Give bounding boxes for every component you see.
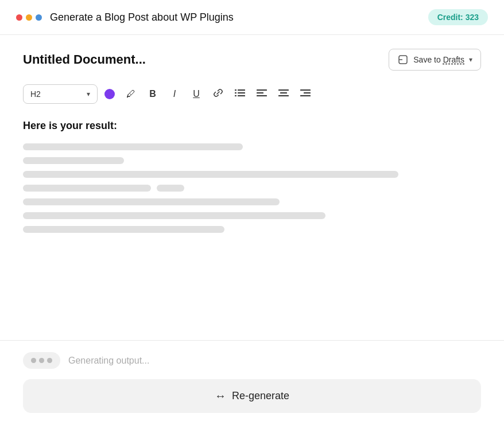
result-heading: Here is your result: <box>23 120 481 132</box>
svg-rect-11 <box>278 89 289 91</box>
svg-rect-6 <box>235 95 237 96</box>
page-title: Generate a Blog Post about WP Plugins <box>50 11 234 24</box>
typing-dot <box>47 358 52 363</box>
svg-rect-4 <box>235 92 237 93</box>
svg-rect-7 <box>238 95 245 96</box>
highlighter-button[interactable]: 🖊 <box>122 85 140 103</box>
bold-button[interactable]: B <box>144 85 162 103</box>
document-header: Untitled Document... Save to Drafts ▾ <box>23 49 481 71</box>
typing-dots <box>23 352 60 369</box>
link-button[interactable] <box>209 85 227 103</box>
heading-value: H2 <box>30 89 41 99</box>
align-center-icon <box>278 89 289 99</box>
skeleton-row <box>23 185 481 192</box>
generating-row: Generating output... <box>23 352 481 369</box>
document-section: Untitled Document... Save to Drafts ▾ H2… <box>0 35 504 341</box>
heading-select[interactable]: H2 ▾ <box>23 84 98 104</box>
generating-status-text: Generating output... <box>68 356 149 366</box>
bottom-section: Generating output... ↔ Re-generate <box>0 341 504 429</box>
regenerate-button[interactable]: ↔ Re-generate <box>23 379 481 413</box>
content-area: Here is your result: <box>23 120 481 233</box>
regenerate-arrow-icon: ↔ <box>215 389 226 403</box>
typing-dot <box>31 358 36 363</box>
list-icon <box>235 89 245 99</box>
top-bar: Generate a Blog Post about WP Plugins Cr… <box>0 0 504 35</box>
underline-button[interactable]: U <box>187 85 206 103</box>
svg-rect-12 <box>280 92 287 93</box>
yellow-dot <box>26 14 32 21</box>
blue-dot <box>36 14 42 21</box>
align-left-button[interactable] <box>253 85 271 103</box>
skeleton-line <box>23 171 398 178</box>
svg-rect-10 <box>257 95 267 96</box>
svg-rect-16 <box>300 95 311 96</box>
save-drafts-label: Save to Drafts <box>413 55 464 64</box>
chevron-down-icon: ▾ <box>87 90 90 98</box>
svg-rect-3 <box>238 89 245 91</box>
align-left-icon <box>257 89 267 99</box>
underline-icon: U <box>193 89 200 99</box>
chevron-down-icon: ▾ <box>469 56 472 64</box>
skeleton-line <box>23 157 124 164</box>
highlighter-icon: 🖊 <box>126 89 135 99</box>
credit-badge: Credit: 323 <box>428 9 488 25</box>
red-dot <box>16 14 22 21</box>
svg-rect-5 <box>238 92 245 93</box>
top-bar-left: Generate a Blog Post about WP Plugins <box>16 11 234 24</box>
skeleton-line <box>23 198 280 205</box>
color-picker-button[interactable] <box>101 85 118 103</box>
italic-button[interactable]: I <box>165 85 184 103</box>
bold-icon: B <box>149 89 156 99</box>
formatting-toolbar: H2 ▾ 🖊 B I U <box>23 84 481 104</box>
window-dots <box>16 14 42 21</box>
align-right-button[interactable] <box>296 85 315 103</box>
svg-rect-2 <box>235 89 237 91</box>
save-icon <box>397 54 409 65</box>
italic-icon: I <box>173 89 176 99</box>
link-icon <box>213 88 223 100</box>
skeleton-content <box>23 143 481 233</box>
skeleton-line <box>23 143 243 150</box>
typing-dot <box>39 358 44 363</box>
skeleton-line <box>23 212 325 219</box>
align-center-button[interactable] <box>274 85 293 103</box>
svg-rect-14 <box>300 89 311 91</box>
align-right-icon <box>300 89 311 99</box>
svg-rect-9 <box>257 92 263 93</box>
list-button[interactable] <box>231 85 249 103</box>
document-title: Untitled Document... <box>23 52 146 67</box>
svg-rect-15 <box>304 92 311 93</box>
regenerate-label: Re-generate <box>232 390 289 402</box>
color-circle <box>104 89 115 99</box>
skeleton-line <box>23 226 224 233</box>
skeleton-line <box>23 185 151 192</box>
svg-rect-8 <box>257 89 267 91</box>
save-to-drafts-button[interactable]: Save to Drafts ▾ <box>389 49 481 71</box>
svg-rect-13 <box>278 95 289 96</box>
skeleton-line <box>157 185 184 192</box>
drafts-label: Drafts <box>443 55 464 64</box>
